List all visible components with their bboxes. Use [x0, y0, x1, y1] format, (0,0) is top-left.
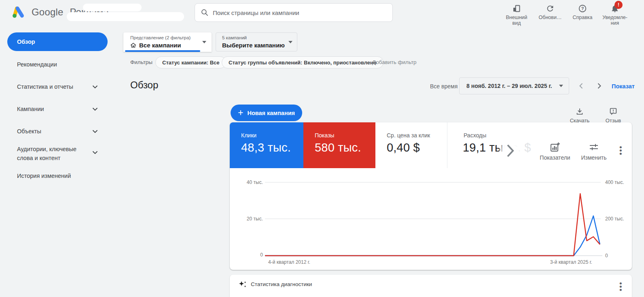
add-filter-button[interactable]: Добавить фильтр [372, 59, 417, 65]
download-button[interactable]: Скачать [564, 107, 596, 124]
sidebar-item-label: Кампании [17, 106, 44, 112]
scorecard-value: 580 тыс. [315, 141, 361, 154]
appearance-button[interactable]: Внешний вид [502, 3, 531, 26]
scorecards-scroll-right-button[interactable] [499, 139, 522, 162]
filter-chip-text: Статус группы объявлений: Включено, прио… [229, 60, 377, 66]
help-icon: ? [578, 4, 587, 13]
sidebar-item-recommendations[interactable]: Рекомендации [17, 61, 102, 68]
diagnostics-more-options-button[interactable]: ••• [619, 282, 622, 292]
chevron-down-icon[interactable] [92, 107, 98, 111]
add-chart-icon [550, 142, 560, 152]
filter-chip-adgroup-status[interactable]: Статус группы объявлений: Включено, прио… [222, 56, 383, 68]
search-input[interactable] [213, 9, 387, 16]
google-ads-logo-icon [11, 5, 28, 19]
sidebar-item-campaigns[interactable]: Кампании [17, 106, 102, 112]
y-axis-right-tick: 200 тыс. [605, 216, 624, 222]
scorecard-impressions[interactable]: Показы 580 тыс. [303, 122, 375, 168]
svg-text:?: ? [581, 6, 584, 11]
chevron-down-icon[interactable] [92, 85, 98, 89]
help-button[interactable]: ? Справка [568, 3, 597, 21]
next-period-icon[interactable] [595, 82, 603, 90]
sidebar-item-label: Аудитории, ключевые слова и контент [17, 146, 76, 161]
scorecard-label: Клики [241, 132, 256, 139]
help-label: Справка [572, 15, 592, 21]
view-selector-dropdown[interactable]: Представление (2 фильтра) Все кампании [123, 32, 212, 52]
global-search[interactable] [195, 3, 393, 22]
card-more-options-button[interactable]: ••• [619, 146, 622, 156]
scorecard-value: 19,1 ты [463, 141, 503, 154]
appearance-label: Внешний вид [502, 15, 531, 26]
feedback-icon [609, 107, 618, 116]
campaign-selector-value: Выберите кампанию [222, 42, 285, 49]
chevron-down-icon[interactable] [92, 130, 98, 133]
metrics-button[interactable]: Показатели [536, 142, 574, 161]
scorecard-clicks[interactable]: Клики 48,3 тыс. [230, 122, 303, 168]
redacted-account-name [83, 4, 142, 11]
sidebar-item-insights-reports[interactable]: Статистика и отчеты [17, 83, 102, 90]
overview-performance-card: Клики 48,3 тыс. Показы 580 тыс. Ср. цена… [230, 122, 632, 270]
x-axis-end-label: 3-й квартал 2025 г. [550, 259, 592, 265]
scorecard-label: Расходы [464, 132, 486, 139]
y-axis-left-tick: 0 [239, 252, 263, 258]
date-range-picker[interactable]: 8 нояб. 2012 г. – 29 июл. 2025 г. [459, 77, 569, 94]
logo-brand-text: Google [32, 6, 64, 18]
refresh-label: Обнови… [539, 15, 562, 21]
new-campaign-button[interactable]: + Новая кампания [231, 105, 302, 121]
scorecard-avg-cpc[interactable]: Ср. цена за клик 0,40 $ [375, 122, 447, 168]
sidebar-item-label: История изменений [17, 173, 71, 179]
edit-button-label: Изменить [581, 154, 606, 161]
diagnostics-card: Статистика диагностики ••• [230, 275, 632, 297]
dropdown-caret-icon [559, 85, 563, 87]
chevron-down-icon[interactable] [92, 151, 98, 154]
chart-line-Клики [265, 216, 600, 256]
sidebar-item-overview[interactable]: Обзор [7, 32, 108, 51]
sparkle-icon [238, 280, 248, 289]
y-axis-left-tick: 40 тыс. [239, 179, 263, 185]
search-icon [201, 9, 209, 17]
tune-icon [589, 142, 599, 152]
dropdown-caret-icon [288, 41, 292, 43]
previous-period-icon[interactable] [578, 82, 585, 90]
x-axis-start-label: 4-й квартал 2012 г. [268, 259, 310, 265]
sidebar-item-assets[interactable]: Объекты [17, 128, 102, 135]
filter-chip-text: Статус кампании: Все [162, 60, 219, 66]
scorecard-value: 48,3 тыс. [241, 141, 291, 154]
redacted-account-id [67, 12, 184, 21]
filters-label: Фильтры [130, 59, 153, 65]
date-preset-label: Все время [430, 83, 458, 90]
overview-chart-svg[interactable] [230, 168, 632, 270]
chevron-right-icon [506, 144, 515, 158]
view-selector-active-indicator [125, 50, 200, 52]
scorecard-label: Ср. цена за клик [387, 132, 430, 139]
notifications-button[interactable]: ! Уведомле-ния [600, 3, 629, 26]
scorecard-value: 0,40 $ [387, 141, 420, 154]
plus-icon: + [238, 109, 243, 117]
view-selector-caption: Представление (2 фильтра) [130, 35, 191, 40]
google-ads-overview-page: GoogleРеклама Внешний вид Обнови… ? Спра… [0, 0, 644, 297]
show-link[interactable]: Показат [612, 83, 635, 90]
campaign-selector-dropdown[interactable]: 5 кампаний Выберите кампанию [216, 32, 297, 51]
scorecard-label: Показы [315, 132, 334, 139]
sidebar-item-label: Объекты [17, 128, 41, 135]
new-campaign-label: Новая кампания [247, 110, 295, 116]
filter-chip-campaign-status[interactable]: Статус кампании: Все [155, 56, 226, 68]
page-title: Обзор [130, 79, 158, 91]
view-selector-value: Все кампании [139, 42, 181, 49]
diagnostics-title: Статистика диагностики [251, 281, 312, 287]
date-range-value: 8 нояб. 2012 г. – 29 июл. 2025 г. [466, 83, 552, 89]
refresh-icon [546, 4, 555, 13]
metrics-button-label: Показатели [540, 154, 570, 161]
notifications-label: Уведомле-ния [600, 15, 629, 26]
sidebar-item-audiences-keywords[interactable]: Аудитории, ключевые слова и контент [17, 145, 89, 162]
notifications-badge: ! [614, 1, 623, 9]
dropdown-caret-icon [202, 41, 206, 43]
edit-button[interactable]: Изменить [574, 142, 613, 161]
sidebar-item-label: Статистика и отчеты [17, 83, 73, 90]
campaign-selector-caption: 5 кампаний [222, 35, 247, 40]
refresh-button[interactable]: Обнови… [536, 3, 565, 21]
chart-line-Показы [265, 194, 600, 256]
sidebar-item-change-history[interactable]: История изменений [17, 173, 102, 179]
home-icon [130, 42, 136, 48]
feedback-button[interactable]: Отзыв [597, 107, 629, 124]
appearance-icon [512, 4, 521, 13]
